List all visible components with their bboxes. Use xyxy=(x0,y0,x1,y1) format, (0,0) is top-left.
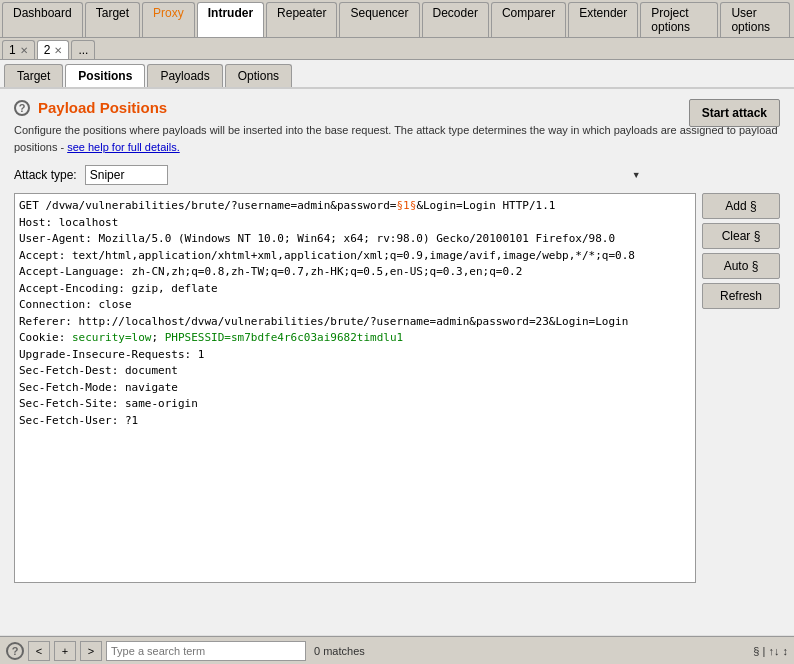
add-section-button[interactable]: Add § xyxy=(702,193,780,219)
attack-type-select[interactable]: Sniper Battering ram Pitchfork Cluster b… xyxy=(85,165,168,185)
tab-intruder[interactable]: Intruder xyxy=(197,2,264,37)
nav-add-button[interactable]: + xyxy=(54,641,76,661)
request-area[interactable]: GET /dvwa/vulnerabilities/brute/?usernam… xyxy=(14,193,696,583)
close-tab-1-icon[interactable]: ✕ xyxy=(20,45,28,56)
tab-target[interactable]: Target xyxy=(85,2,140,37)
tab-proxy[interactable]: Proxy xyxy=(142,2,195,37)
main-content: Start attack ? Payload Positions Configu… xyxy=(0,89,794,635)
help-icon[interactable]: ? xyxy=(14,100,30,116)
start-attack-button[interactable]: Start attack xyxy=(689,99,780,127)
attack-type-row: Attack type: Sniper Battering ram Pitchf… xyxy=(14,165,780,185)
clear-section-button[interactable]: Clear § xyxy=(702,223,780,249)
section-title: Payload Positions xyxy=(38,99,167,116)
top-tab-bar: Dashboard Target Proxy Intruder Repeater… xyxy=(0,0,794,38)
payload-marker-1: §1§ xyxy=(397,199,417,212)
request-wrapper: GET /dvwa/vulnerabilities/brute/?usernam… xyxy=(14,193,780,583)
sub-tab-payloads[interactable]: Payloads xyxy=(147,64,222,87)
bottom-status: § | ↑↓ ↕ xyxy=(753,645,788,657)
description-text: Configure the positions where payloads w… xyxy=(14,122,780,155)
sub-tab-target[interactable]: Target xyxy=(4,64,63,87)
tab-dashboard[interactable]: Dashboard xyxy=(2,2,83,37)
num-tab-ellipsis[interactable]: ... xyxy=(71,40,95,59)
num-tab-1-label: 1 xyxy=(9,43,16,57)
cookie-security: security=low xyxy=(72,331,151,344)
num-tab-1[interactable]: 1 ✕ xyxy=(2,40,35,59)
sub-tab-bar: Target Positions Payloads Options xyxy=(0,60,794,89)
attack-type-label: Attack type: xyxy=(14,168,77,182)
section-header: ? Payload Positions xyxy=(14,99,780,116)
close-tab-2-icon[interactable]: ✕ xyxy=(54,45,62,56)
search-input[interactable] xyxy=(106,641,306,661)
tab-repeater[interactable]: Repeater xyxy=(266,2,337,37)
tab-decoder[interactable]: Decoder xyxy=(422,2,489,37)
tab-project-options[interactable]: Project options xyxy=(640,2,718,37)
bottom-right: § | ↑↓ ↕ xyxy=(753,645,788,657)
right-buttons: Add § Clear § Auto § Refresh xyxy=(702,193,780,583)
nav-forward-button[interactable]: > xyxy=(80,641,102,661)
help-link[interactable]: see help for full details. xyxy=(67,141,180,153)
tab-sequencer[interactable]: Sequencer xyxy=(339,2,419,37)
match-count: 0 matches xyxy=(314,645,365,657)
sub-tab-positions[interactable]: Positions xyxy=(65,64,145,87)
auto-section-button[interactable]: Auto § xyxy=(702,253,780,279)
nav-back-button[interactable]: < xyxy=(28,641,50,661)
tab-comparer[interactable]: Comparer xyxy=(491,2,566,37)
num-tab-2-label: 2 xyxy=(44,43,51,57)
cookie-phpsessid: PHPSESSID=sm7bdfe4r6c03ai9682timdlu1 xyxy=(165,331,403,344)
num-tab-bar: 1 ✕ 2 ✕ ... xyxy=(0,38,794,60)
bottom-help-icon[interactable]: ? xyxy=(6,642,24,660)
request-text: GET /dvwa/vulnerabilities/brute/?usernam… xyxy=(19,198,691,429)
refresh-button[interactable]: Refresh xyxy=(702,283,780,309)
num-tab-2[interactable]: 2 ✕ xyxy=(37,40,70,59)
bottom-bar: ? < + > 0 matches § | ↑↓ ↕ xyxy=(0,636,794,664)
attack-type-select-wrapper: Sniper Battering ram Pitchfork Cluster b… xyxy=(85,165,645,185)
sub-tab-options[interactable]: Options xyxy=(225,64,292,87)
tab-extender[interactable]: Extender xyxy=(568,2,638,37)
tab-user-options[interactable]: User options xyxy=(720,2,790,37)
